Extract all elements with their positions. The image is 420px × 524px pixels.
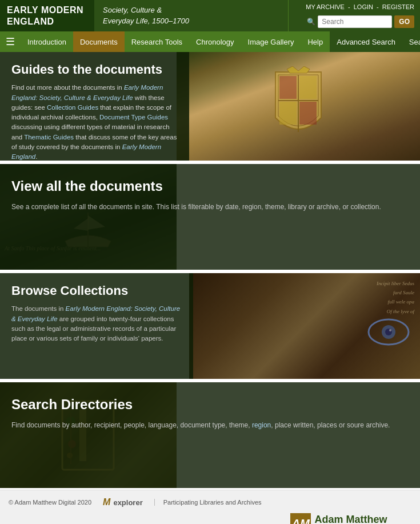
- guides-title: Guides to the documents: [11, 62, 178, 77]
- main-nav: ☰ Introduction Documents Research Tools …: [0, 31, 420, 52]
- search-wrapper: 🔍: [307, 15, 392, 28]
- nav-right: Advanced Search Search Directories: [330, 31, 420, 52]
- svg-rect-4: [279, 102, 297, 125]
- nav-item-introduction[interactable]: Introduction: [21, 31, 73, 52]
- svg-point-10: [389, 329, 391, 331]
- browse-text-area: Browse Collections The documents in Earl…: [0, 273, 193, 379]
- view-body: See a complete list of all the documents…: [11, 202, 409, 212]
- browse-body: The documents in Early Modern England: S…: [11, 304, 182, 343]
- logo-section: EARLY MODERN ENGLAND: [0, 0, 94, 31]
- search-icon: 🔍: [307, 18, 315, 26]
- site-logo: EARLY MODERN ENGLAND: [7, 5, 83, 26]
- nav-item-chronology[interactable]: Chronology: [189, 31, 241, 52]
- top-links: MY ARCHIVE - LOGIN - REGISTER: [306, 3, 414, 10]
- search-row: 🔍 GO: [307, 15, 414, 28]
- footer-bottom: Privacy Policy Contact us Copyright Term…: [9, 513, 411, 524]
- site-title-section: Society, Culture & Everyday Life, 1500–1…: [94, 0, 289, 31]
- nav-item-help[interactable]: Help: [301, 31, 330, 52]
- explorer-label: explorer: [113, 498, 142, 507]
- svg-rect-2: [279, 76, 297, 99]
- thematic-guides-link[interactable]: Thematic Guides: [24, 134, 74, 141]
- top-right-section: MY ARCHIVE - LOGIN - REGISTER 🔍 GO: [289, 0, 420, 31]
- search-dirs-card: Search Directories Find documents by aut…: [0, 382, 420, 488]
- view-card: At Sanfo This place of Sanfor is eminent…: [0, 164, 420, 270]
- footer-libraries: Participating Libraries and Archives: [154, 499, 262, 506]
- cards-section: Guides to the documents Find out more ab…: [0, 52, 420, 488]
- view-title: View all the documents: [11, 178, 409, 195]
- hamburger-menu[interactable]: ☰: [0, 31, 21, 52]
- region-link[interactable]: region: [252, 421, 271, 429]
- coat-of-arms-image: [264, 66, 333, 146]
- document-type-link[interactable]: Document Type Guides: [99, 114, 168, 121]
- am-brand-section: Adam Matthew Primary sources for teachin…: [314, 514, 411, 524]
- footer-copyright: © Adam Matthew Digital 2020: [9, 499, 91, 506]
- nav-links: Introduction Documents Research Tools Ch…: [21, 31, 330, 52]
- am-letters-badge: AM: [290, 513, 311, 524]
- nav-item-image-gallery[interactable]: Image Gallery: [241, 31, 301, 52]
- guides-body: Find out more about the documents in Ear…: [11, 83, 178, 161]
- search-dirs-body: Find documents by author, recipient, peo…: [11, 420, 409, 430]
- register-link[interactable]: REGISTER: [382, 3, 414, 10]
- go-button[interactable]: GO: [394, 15, 414, 28]
- footer-top: © Adam Matthew Digital 2020 M explorer P…: [9, 497, 411, 507]
- svg-rect-3: [299, 76, 317, 99]
- guides-card: Guides to the documents Find out more ab…: [0, 52, 420, 161]
- my-archive-link[interactable]: MY ARCHIVE: [306, 3, 345, 10]
- nav-item-documents[interactable]: Documents: [73, 31, 125, 52]
- browse-title: Browse Collections: [11, 283, 182, 298]
- search-dirs-title: Search Directories: [11, 397, 409, 413]
- am-logo: AM Adam Matthew Primary sources for teac…: [290, 513, 411, 524]
- am-brand-name: Adam Matthew: [314, 514, 411, 524]
- nav-advanced-search[interactable]: Advanced Search: [330, 31, 402, 52]
- footer-explorer: M explorer: [103, 497, 143, 507]
- top-header: EARLY MODERN ENGLAND Society, Culture & …: [0, 0, 420, 31]
- browse-card: Incipit liber Sedus fard Saule full wele…: [0, 273, 420, 379]
- site-subtitle: Society, Culture & Everyday Life, 1500–1…: [103, 5, 189, 26]
- footer: © Adam Matthew Digital 2020 M explorer P…: [0, 490, 420, 524]
- nav-search-directories[interactable]: Search Directories: [402, 31, 420, 52]
- search-input[interactable]: [318, 15, 392, 28]
- svg-rect-5: [299, 102, 317, 125]
- guides-text-area: Guides to the documents Find out more ab…: [0, 52, 189, 161]
- m-icon: M: [103, 497, 110, 507]
- login-link[interactable]: LOGIN: [354, 3, 373, 10]
- collection-guides-link[interactable]: Collection Guides: [47, 104, 98, 111]
- nav-item-research-tools[interactable]: Research Tools: [125, 31, 189, 52]
